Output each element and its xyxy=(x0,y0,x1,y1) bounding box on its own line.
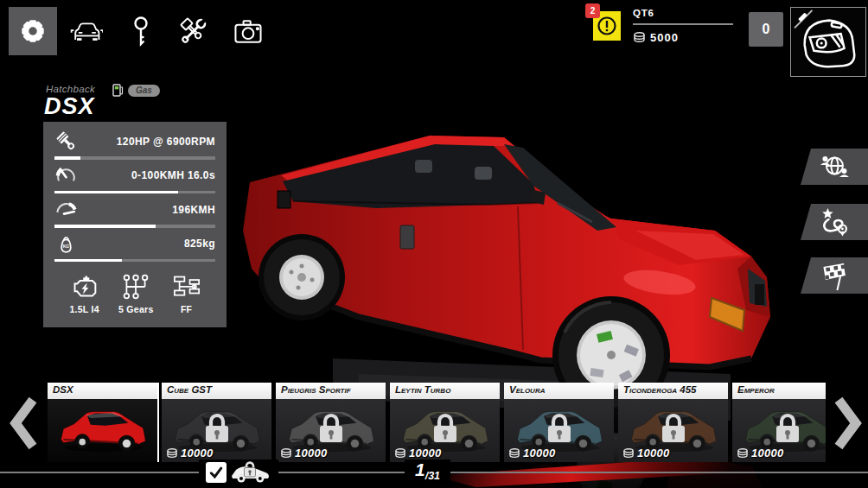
spec-engine-value: 1.5L I4 xyxy=(69,304,99,314)
speed-gauge-icon xyxy=(54,198,78,221)
stat-topspeed-bar xyxy=(54,225,215,228)
car-stats-panel: 120HP @ 6900RPM 0-100KMH 16.0s xyxy=(43,122,227,327)
car-card-title: Pieugris Sportif xyxy=(281,384,351,395)
online-globe-icon xyxy=(817,150,852,183)
coin-icon xyxy=(394,448,406,459)
pager-total: 31 xyxy=(428,470,440,482)
car-card[interactable]: Ticonderoga 455 xyxy=(618,383,728,462)
car-price: 10000 xyxy=(508,447,556,459)
car-card[interactable]: Leytin Turbo xyxy=(390,383,500,462)
car-icon xyxy=(68,17,103,45)
car-price: 10000 xyxy=(394,447,442,459)
pager-current: 1 xyxy=(415,459,425,480)
car-price: 10000 xyxy=(622,447,670,459)
notification-count-badge: 2 xyxy=(585,3,600,18)
prev-car-button[interactable] xyxy=(7,396,40,451)
key-icon xyxy=(126,15,156,48)
car-card-title: Leytin Turbo xyxy=(395,384,450,395)
spec-drivetrain-value: FF xyxy=(181,304,192,314)
notifications-button[interactable]: 2 xyxy=(593,11,621,41)
spec-gearbox-value: 5 Gears xyxy=(118,304,154,314)
garage-screen: 2 QT6 5000 0 xyxy=(0,0,868,488)
car-card[interactable]: Emperor xyxy=(732,383,826,462)
garage-button[interactable] xyxy=(61,7,110,55)
fuel-pump-icon xyxy=(112,84,124,97)
race-button[interactable] xyxy=(801,257,868,294)
multiplayer-button[interactable] xyxy=(801,149,868,185)
spec-gearbox: 5 Gears xyxy=(118,274,154,314)
next-car-button[interactable] xyxy=(832,396,865,451)
checkmark-icon xyxy=(208,465,224,480)
locked-car-icon xyxy=(230,461,271,484)
accel-gauge-icon xyxy=(54,164,78,187)
car-price: 10000 xyxy=(737,447,784,459)
car-price-value: 10000 xyxy=(751,447,784,459)
coin-icon xyxy=(280,448,292,459)
car-card-title: Veloura xyxy=(509,384,545,395)
fuel-type-badge: Gas xyxy=(128,85,160,97)
chevron-right-icon xyxy=(832,396,865,451)
show-locked-checkbox[interactable] xyxy=(206,462,227,483)
profile-button[interactable] xyxy=(790,7,866,77)
gearbox-icon xyxy=(122,274,150,300)
car-card-title: Ticonderoga 455 xyxy=(623,384,697,395)
chevron-left-icon xyxy=(7,396,40,451)
tools-icon xyxy=(176,14,211,48)
car-price-value: 10000 xyxy=(523,447,556,459)
drivetrain-icon xyxy=(173,274,201,300)
divider xyxy=(633,23,733,25)
svg-text:KG: KG xyxy=(63,244,70,249)
route-icon xyxy=(817,206,852,238)
player-name: QT6 xyxy=(633,8,733,18)
coin-icon xyxy=(737,448,749,459)
coin-icon xyxy=(622,448,635,459)
car-price-value: 10000 xyxy=(637,447,670,459)
career-button[interactable] xyxy=(801,204,868,240)
stat-weight-bar xyxy=(54,259,215,263)
settings-button[interactable] xyxy=(9,7,57,55)
car-price-value: 10000 xyxy=(181,447,214,459)
stat-power-value: 120HP @ 6900RPM xyxy=(78,136,215,148)
tuning-button[interactable] xyxy=(169,7,218,55)
spec-drivetrain: FF xyxy=(173,274,201,314)
piston-icon xyxy=(54,130,78,153)
stat-power-row: 120HP @ 6900RPM xyxy=(54,130,215,160)
car-card-title: DSX xyxy=(53,384,73,395)
carousel-pager: 1 / 31 xyxy=(405,459,450,485)
car-card-title: Emperor xyxy=(737,384,775,395)
lock-icon xyxy=(431,412,459,445)
car-price-value: 10000 xyxy=(409,447,442,459)
camera-icon xyxy=(231,16,265,46)
checkered-flag-icon xyxy=(817,259,852,292)
car-thumbnail xyxy=(53,403,151,454)
weight-icon: KG xyxy=(54,232,78,256)
photo-mode-button[interactable] xyxy=(224,7,272,55)
car-carousel: DSX xyxy=(48,383,826,462)
fuel-info: Gas xyxy=(112,84,160,97)
stat-topspeed-value: 196KMH xyxy=(78,204,215,216)
spec-engine: 1.5L I4 xyxy=(69,274,99,314)
stat-acceleration-bar xyxy=(54,191,215,194)
car-name: DSX xyxy=(44,93,95,120)
key-button[interactable] xyxy=(117,7,165,55)
coin-icon xyxy=(633,32,646,43)
show-locked-toggle[interactable] xyxy=(199,459,278,485)
car-card[interactable]: Veloura xyxy=(504,383,614,462)
lock-icon xyxy=(774,412,801,445)
player-info[interactable]: QT6 5000 xyxy=(633,8,733,44)
lock-icon xyxy=(660,412,687,445)
car-price-value: 10000 xyxy=(295,447,328,459)
car-card[interactable]: Pieugris Sportif xyxy=(276,383,386,462)
crates-counter[interactable]: 0 xyxy=(749,12,783,47)
car-card[interactable]: Cube GST xyxy=(162,383,271,462)
credits-amount: 5000 xyxy=(650,31,679,44)
car-price: 10000 xyxy=(280,447,328,459)
lock-icon xyxy=(546,412,573,445)
car-spec-row: 1.5L I4 5 Gears xyxy=(54,274,215,314)
coin-icon xyxy=(508,448,520,459)
warning-icon xyxy=(597,16,617,36)
engine-icon xyxy=(71,274,99,300)
car-card[interactable]: DSX xyxy=(48,383,157,462)
stat-weight-value: 825kg xyxy=(78,238,215,250)
stat-topspeed-row: 196KMH xyxy=(54,198,215,228)
